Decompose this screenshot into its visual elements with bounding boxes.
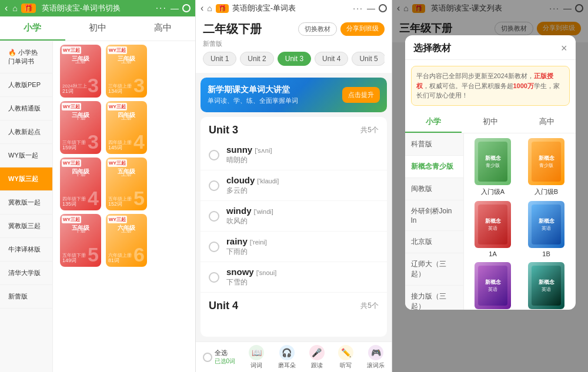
unit3-count: 共5个 bbox=[360, 125, 379, 135]
modal-tab-high[interactable]: 高中 bbox=[519, 112, 576, 133]
repeat-btn[interactable]: 🎤 跟读 bbox=[309, 345, 325, 370]
dictation-icon: ✏️ bbox=[338, 345, 353, 360]
modal-nav-jieli[interactable]: 接力版（三起） bbox=[405, 286, 463, 310]
word-check-sunny[interactable] bbox=[209, 150, 219, 160]
sidebar-item-oxford[interactable]: 牛津译林版 bbox=[0, 238, 52, 262]
book-card-g3d[interactable]: WY三起 三年级 下册 159词 三年级下册 3 bbox=[60, 101, 101, 154]
word-check-cloudy[interactable] bbox=[209, 180, 219, 191]
minimize-icon-2[interactable]: — bbox=[367, 4, 375, 13]
banner-cta-btn[interactable]: 点击提升 bbox=[342, 87, 380, 103]
flashcard-btn[interactable]: 📖 词词 bbox=[249, 345, 264, 370]
book-card-g3u2[interactable]: WY三起 三年级 上册 134词 三年级上册 3 bbox=[106, 45, 147, 98]
dictation-btn[interactable]: ✏️ 听写 bbox=[338, 345, 353, 370]
modal-close-btn[interactable]: × bbox=[561, 42, 567, 55]
modal-book-intro-b[interactable]: 新概念 青少版 入门级B bbox=[522, 138, 571, 196]
book-grid: WY三起 三年级 上册 21词 2024秋三上 3 WY三起 三年级 上册 13… bbox=[53, 41, 195, 372]
book-card-g5u[interactable]: WY三起 五年级 上册 152词 五年级上册 5 bbox=[106, 157, 147, 210]
word-info-snowy: snowy ['snoui] 下雪的 bbox=[226, 267, 379, 287]
sidebar-item-ji3[interactable]: 冀教版三起 bbox=[0, 215, 52, 238]
panel-vocab-switch: ‹ ⌂ 🎁 英语朗读宝-单词书切换 ··· — 小学 初中 高中 🔥 小学热门单… bbox=[0, 0, 196, 372]
sidebar-item-ji1[interactable]: 冀教版一起 bbox=[0, 191, 52, 215]
word-item-snowy[interactable]: snowy ['snoui] 下雪的 bbox=[201, 262, 387, 293]
bottom-toolbar: 全选 已选0词 📖 词词 🎧 磨耳朵 🎤 跟读 ✏️ 听写 🎮 滚词乐 bbox=[196, 341, 392, 372]
sidebar-item-xinqidian[interactable]: 人教新起点 bbox=[0, 120, 52, 144]
book-row-3: WY三起 四年级 下册 135词 四年级下册 4 WY三起 五年级 上册 152… bbox=[56, 157, 192, 210]
word-info-sunny: sunny ['sʌni] 晴朗的 bbox=[226, 145, 379, 165]
modal-book-1b[interactable]: 新概念 英语 1B bbox=[522, 201, 571, 257]
modal-tab-middle[interactable]: 初中 bbox=[462, 112, 519, 133]
back-icon[interactable]: ‹ bbox=[5, 3, 8, 14]
word-en: snowy bbox=[226, 267, 254, 277]
p1-title: 英语朗读宝-单词书切换 bbox=[42, 3, 152, 14]
book-card-g5d[interactable]: WY三起 五年级 下册 149词 五年级下册 5 bbox=[60, 214, 101, 267]
unit-tab-2[interactable]: Unit 2 bbox=[240, 52, 273, 66]
home-icon-2[interactable]: ⌂ bbox=[207, 4, 212, 13]
modal-book-intro-a[interactable]: 新概念 青少版 入门级A bbox=[469, 138, 517, 196]
promo-banner[interactable]: 新学期课文单词大讲堂 单词读、学、练、全面掌握单词 点击提升 bbox=[201, 78, 387, 112]
sidebar-item-tsinghua[interactable]: 清华大学版 bbox=[0, 262, 52, 285]
unit-tab-4[interactable]: Unit 4 bbox=[315, 52, 348, 66]
book-card-g3u1[interactable]: WY三起 三年级 上册 21词 2024秋三上 3 bbox=[60, 45, 101, 98]
word-item-rainy[interactable]: rainy ['reini] 下雨的 bbox=[201, 232, 387, 262]
modal-book-2b[interactable]: 新概念 英语 2B bbox=[522, 262, 571, 310]
modal-book-1a[interactable]: 新概念 英语 1A bbox=[469, 201, 517, 257]
unit-tab-3[interactable]: Unit 3 bbox=[278, 52, 311, 66]
word-check-rainy[interactable] bbox=[209, 242, 219, 252]
select-all-circle[interactable] bbox=[203, 353, 212, 362]
repeat-icon: 🎤 bbox=[309, 345, 325, 360]
statusbar-1: ‹ ⌂ 🎁 英语朗读宝-单词书切换 ··· — bbox=[0, 0, 195, 16]
book-label-intro-b: 入门级B bbox=[534, 187, 558, 196]
sidebar-item-hot[interactable]: 🔥 小学热门单词书 bbox=[0, 41, 52, 73]
modal-tab-elementary[interactable]: 小学 bbox=[405, 112, 462, 133]
word-item-windy[interactable]: windy ['windi] 吹风的 bbox=[201, 201, 387, 232]
close-icon-2[interactable] bbox=[379, 4, 387, 12]
modal-nav-minjiao[interactable]: 闽教版 bbox=[405, 178, 463, 200]
sidebar-item-wy1[interactable]: WY版一起 bbox=[0, 144, 52, 167]
modal-overlay: 选择教材 × 平台内容已全部同步更新至2024新教材，正版授权，权威可信。平台已… bbox=[392, 0, 588, 372]
scroll-btn[interactable]: 🎮 滚词乐 bbox=[367, 345, 385, 370]
panel-word-list: ‹ ⌂ 🎁 英语朗读宝-单词表 ··· — 二年级下册 切换教材 分享到班级 新… bbox=[196, 0, 392, 372]
tab-high[interactable]: 高中 bbox=[130, 16, 195, 41]
share-class-btn[interactable]: 分享到班级 bbox=[340, 22, 385, 36]
word-en: rainy bbox=[226, 236, 248, 246]
modal-nav-liaoshi[interactable]: 辽师大（三起） bbox=[405, 253, 463, 286]
modal-nav-kepuban[interactable]: 科普版 bbox=[405, 133, 463, 156]
minimize-icon[interactable]: — bbox=[171, 4, 179, 13]
more-icon-2[interactable]: ··· bbox=[353, 4, 363, 13]
unit-tab-5[interactable]: Unit 5 bbox=[352, 52, 385, 66]
tab-middle[interactable]: 初中 bbox=[65, 16, 131, 41]
home-icon[interactable]: ⌂ bbox=[12, 4, 17, 13]
close-circle-icon[interactable] bbox=[182, 4, 191, 12]
more-icon[interactable]: ··· bbox=[156, 3, 167, 14]
sidebar-item-xinlei[interactable]: 新蕾版 bbox=[0, 285, 52, 309]
banner-line1: 新学期课文单词大讲堂 bbox=[208, 85, 298, 95]
word-check-windy[interactable] bbox=[209, 211, 219, 222]
modal-book-2a[interactable]: 新概念 英语 2A bbox=[469, 262, 517, 310]
select-all-area[interactable]: 全选 已选0词 bbox=[203, 348, 236, 366]
book-card-g4d[interactable]: WY三起 四年级 下册 135词 四年级下册 4 bbox=[60, 157, 101, 210]
word-cn: 吹风的 bbox=[226, 216, 379, 226]
p2-header: 二年级下册 切换教材 分享到班级 新蕾版 Unit 1 Unit 2 Unit … bbox=[196, 16, 392, 73]
gift-icon[interactable]: 🎁 bbox=[21, 4, 36, 13]
book-card-g4u[interactable]: WY三起 四年级 上册 145词 四年级上册 4 bbox=[106, 101, 147, 154]
word-phonetic: ['snoui] bbox=[256, 269, 277, 276]
repeat-label: 跟读 bbox=[311, 361, 323, 370]
sidebar-item-jingtong[interactable]: 人教精通版 bbox=[0, 97, 52, 120]
gift-icon-2[interactable]: 🎁 bbox=[216, 4, 229, 13]
word-check-snowy[interactable] bbox=[209, 272, 219, 283]
tab-elementary[interactable]: 小学 bbox=[0, 16, 65, 41]
modal-nav-joinin[interactable]: 外研剑桥Join In bbox=[405, 200, 463, 231]
sidebar-item-wy3[interactable]: WY版三起 bbox=[0, 167, 52, 191]
modal-nav-beijing[interactable]: 北京版 bbox=[405, 231, 463, 253]
book-card-g6u[interactable]: WY三起 六年级 上册 81词 六年级上册 6 bbox=[106, 214, 147, 267]
word-en: cloudy bbox=[226, 175, 255, 185]
word-item-sunny[interactable]: sunny ['sʌni] 晴朗的 bbox=[201, 140, 387, 170]
back-icon-2[interactable]: ‹ bbox=[201, 3, 203, 14]
unit-tab-1[interactable]: Unit 1 bbox=[203, 52, 236, 66]
switch-textbook-btn[interactable]: 切换教材 bbox=[298, 22, 337, 36]
banner-line2: 单词读、学、练、全面掌握单词 bbox=[208, 96, 298, 105]
sidebar-item-pep[interactable]: 人教版PEP bbox=[0, 73, 52, 97]
modal-nav-xingainian[interactable]: 新概念青少版 bbox=[405, 156, 463, 178]
listening-btn[interactable]: 🎧 磨耳朵 bbox=[278, 345, 296, 370]
word-item-cloudy[interactable]: cloudy ['klaudi] 多云的 bbox=[201, 170, 387, 201]
